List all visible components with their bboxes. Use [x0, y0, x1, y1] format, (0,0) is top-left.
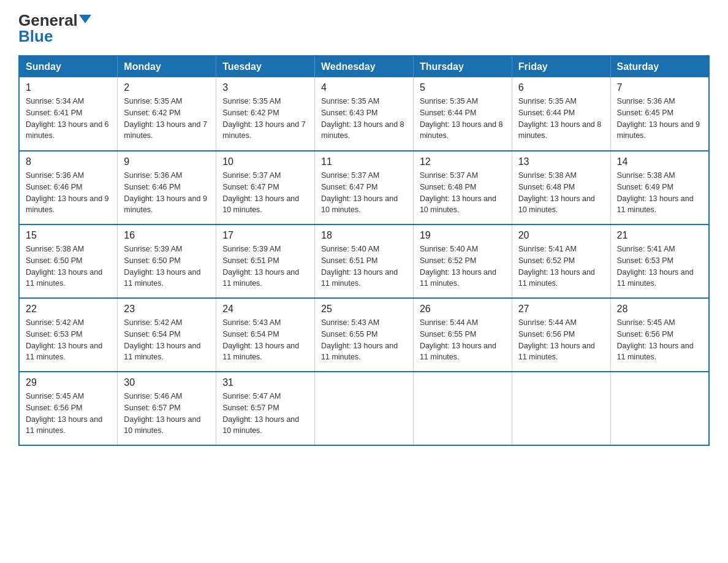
calendar-cell: 15 Sunrise: 5:38 AM Sunset: 6:50 PM Dayl…	[19, 224, 118, 298]
day-number: 6	[518, 82, 604, 93]
day-info: Sunrise: 5:42 AM Sunset: 6:53 PM Dayligh…	[26, 317, 111, 363]
day-info: Sunrise: 5:45 AM Sunset: 6:56 PM Dayligh…	[26, 391, 111, 437]
calendar-week-row: 29 Sunrise: 5:45 AM Sunset: 6:56 PM Dayl…	[19, 372, 709, 445]
calendar-cell: 21 Sunrise: 5:41 AM Sunset: 6:53 PM Dayl…	[610, 224, 709, 298]
calendar-cell: 6 Sunrise: 5:35 AM Sunset: 6:44 PM Dayli…	[512, 77, 610, 151]
calendar-cell: 3 Sunrise: 5:35 AM Sunset: 6:42 PM Dayli…	[216, 77, 315, 151]
calendar-cell: 17 Sunrise: 5:39 AM Sunset: 6:51 PM Dayl…	[216, 224, 315, 298]
day-number: 20	[518, 230, 604, 241]
day-info: Sunrise: 5:44 AM Sunset: 6:56 PM Dayligh…	[518, 317, 604, 363]
day-number: 2	[124, 82, 210, 93]
day-number: 11	[321, 156, 407, 167]
day-number: 5	[420, 82, 506, 93]
calendar-cell	[512, 372, 610, 445]
day-info: Sunrise: 5:34 AM Sunset: 6:41 PM Dayligh…	[26, 96, 111, 142]
day-number: 29	[26, 377, 111, 388]
calendar-cell: 18 Sunrise: 5:40 AM Sunset: 6:51 PM Dayl…	[315, 224, 414, 298]
day-info: Sunrise: 5:41 AM Sunset: 6:52 PM Dayligh…	[518, 243, 604, 289]
calendar-cell: 8 Sunrise: 5:36 AM Sunset: 6:46 PM Dayli…	[19, 151, 118, 224]
col-header-wednesday: Wednesday	[315, 56, 414, 77]
day-info: Sunrise: 5:37 AM Sunset: 6:47 PM Dayligh…	[321, 170, 407, 216]
calendar-cell: 19 Sunrise: 5:40 AM Sunset: 6:52 PM Dayl…	[413, 224, 512, 298]
day-number: 17	[222, 230, 308, 241]
day-info: Sunrise: 5:37 AM Sunset: 6:48 PM Dayligh…	[420, 170, 506, 216]
calendar-cell: 11 Sunrise: 5:37 AM Sunset: 6:47 PM Dayl…	[315, 151, 414, 224]
calendar-cell: 30 Sunrise: 5:46 AM Sunset: 6:57 PM Dayl…	[118, 372, 216, 445]
calendar-cell	[610, 372, 709, 445]
calendar-cell: 28 Sunrise: 5:45 AM Sunset: 6:56 PM Dayl…	[610, 298, 709, 372]
calendar-cell: 5 Sunrise: 5:35 AM Sunset: 6:44 PM Dayli…	[413, 77, 512, 151]
calendar-cell: 12 Sunrise: 5:37 AM Sunset: 6:48 PM Dayl…	[413, 151, 512, 224]
calendar-cell: 1 Sunrise: 5:34 AM Sunset: 6:41 PM Dayli…	[19, 77, 118, 151]
day-info: Sunrise: 5:35 AM Sunset: 6:43 PM Dayligh…	[321, 96, 407, 142]
day-info: Sunrise: 5:45 AM Sunset: 6:56 PM Dayligh…	[617, 317, 702, 363]
day-info: Sunrise: 5:40 AM Sunset: 6:51 PM Dayligh…	[321, 243, 407, 289]
day-info: Sunrise: 5:39 AM Sunset: 6:51 PM Dayligh…	[222, 243, 308, 289]
calendar-week-row: 8 Sunrise: 5:36 AM Sunset: 6:46 PM Dayli…	[19, 151, 709, 224]
col-header-tuesday: Tuesday	[216, 56, 315, 77]
day-info: Sunrise: 5:36 AM Sunset: 6:46 PM Dayligh…	[26, 170, 111, 216]
calendar-cell: 23 Sunrise: 5:42 AM Sunset: 6:54 PM Dayl…	[118, 298, 216, 372]
day-number: 30	[124, 377, 210, 388]
day-number: 23	[124, 304, 210, 315]
day-info: Sunrise: 5:42 AM Sunset: 6:54 PM Dayligh…	[124, 317, 210, 363]
calendar-cell	[413, 372, 512, 445]
day-info: Sunrise: 5:35 AM Sunset: 6:44 PM Dayligh…	[420, 96, 506, 142]
calendar-cell: 10 Sunrise: 5:37 AM Sunset: 6:47 PM Dayl…	[216, 151, 315, 224]
calendar-table: SundayMondayTuesdayWednesdayThursdayFrid…	[18, 55, 710, 446]
day-number: 10	[222, 156, 308, 167]
calendar-cell: 31 Sunrise: 5:47 AM Sunset: 6:57 PM Dayl…	[216, 372, 315, 445]
calendar-cell: 2 Sunrise: 5:35 AM Sunset: 6:42 PM Dayli…	[118, 77, 216, 151]
calendar-header-row: SundayMondayTuesdayWednesdayThursdayFrid…	[19, 56, 709, 77]
day-info: Sunrise: 5:44 AM Sunset: 6:55 PM Dayligh…	[420, 317, 506, 363]
day-number: 4	[321, 82, 407, 93]
day-number: 27	[518, 304, 604, 315]
day-number: 16	[124, 230, 210, 241]
day-number: 31	[222, 377, 308, 388]
calendar-cell: 22 Sunrise: 5:42 AM Sunset: 6:53 PM Dayl…	[19, 298, 118, 372]
day-number: 24	[222, 304, 308, 315]
day-number: 8	[26, 156, 111, 167]
day-info: Sunrise: 5:35 AM Sunset: 6:42 PM Dayligh…	[124, 96, 210, 142]
col-header-sunday: Sunday	[19, 56, 118, 77]
day-number: 22	[26, 304, 111, 315]
day-number: 1	[26, 82, 111, 93]
calendar-cell: 26 Sunrise: 5:44 AM Sunset: 6:55 PM Dayl…	[413, 298, 512, 372]
day-number: 3	[222, 82, 308, 93]
day-info: Sunrise: 5:47 AM Sunset: 6:57 PM Dayligh…	[222, 391, 308, 437]
day-info: Sunrise: 5:38 AM Sunset: 6:50 PM Dayligh…	[26, 243, 111, 289]
day-info: Sunrise: 5:36 AM Sunset: 6:46 PM Dayligh…	[124, 170, 210, 216]
calendar-cell: 4 Sunrise: 5:35 AM Sunset: 6:43 PM Dayli…	[315, 77, 414, 151]
day-number: 26	[420, 304, 506, 315]
day-info: Sunrise: 5:43 AM Sunset: 6:55 PM Dayligh…	[321, 317, 407, 363]
day-number: 14	[617, 156, 702, 167]
day-info: Sunrise: 5:43 AM Sunset: 6:54 PM Dayligh…	[222, 317, 308, 363]
day-number: 25	[321, 304, 407, 315]
day-info: Sunrise: 5:35 AM Sunset: 6:44 PM Dayligh…	[518, 96, 604, 142]
col-header-thursday: Thursday	[413, 56, 512, 77]
calendar-cell: 24 Sunrise: 5:43 AM Sunset: 6:54 PM Dayl…	[216, 298, 315, 372]
calendar-week-row: 22 Sunrise: 5:42 AM Sunset: 6:53 PM Dayl…	[19, 298, 709, 372]
day-info: Sunrise: 5:38 AM Sunset: 6:48 PM Dayligh…	[518, 170, 604, 216]
col-header-monday: Monday	[118, 56, 216, 77]
calendar-week-row: 1 Sunrise: 5:34 AM Sunset: 6:41 PM Dayli…	[19, 77, 709, 151]
calendar-cell: 14 Sunrise: 5:38 AM Sunset: 6:49 PM Dayl…	[610, 151, 709, 224]
calendar-cell: 16 Sunrise: 5:39 AM Sunset: 6:50 PM Dayl…	[118, 224, 216, 298]
calendar-cell	[315, 372, 414, 445]
calendar-cell: 13 Sunrise: 5:38 AM Sunset: 6:48 PM Dayl…	[512, 151, 610, 224]
day-info: Sunrise: 5:39 AM Sunset: 6:50 PM Dayligh…	[124, 243, 210, 289]
day-number: 19	[420, 230, 506, 241]
calendar-cell: 20 Sunrise: 5:41 AM Sunset: 6:52 PM Dayl…	[512, 224, 610, 298]
calendar-cell: 9 Sunrise: 5:36 AM Sunset: 6:46 PM Dayli…	[118, 151, 216, 224]
day-info: Sunrise: 5:36 AM Sunset: 6:45 PM Dayligh…	[617, 96, 702, 142]
logo-blue-text: Blue	[18, 28, 53, 44]
calendar-week-row: 15 Sunrise: 5:38 AM Sunset: 6:50 PM Dayl…	[19, 224, 709, 298]
calendar-cell: 25 Sunrise: 5:43 AM Sunset: 6:55 PM Dayl…	[315, 298, 414, 372]
day-number: 12	[420, 156, 506, 167]
day-number: 7	[617, 82, 702, 93]
logo-triangle-icon	[79, 15, 91, 23]
calendar-cell: 29 Sunrise: 5:45 AM Sunset: 6:56 PM Dayl…	[19, 372, 118, 445]
day-number: 13	[518, 156, 604, 167]
calendar-cell: 7 Sunrise: 5:36 AM Sunset: 6:45 PM Dayli…	[610, 77, 709, 151]
col-header-saturday: Saturday	[610, 56, 709, 77]
